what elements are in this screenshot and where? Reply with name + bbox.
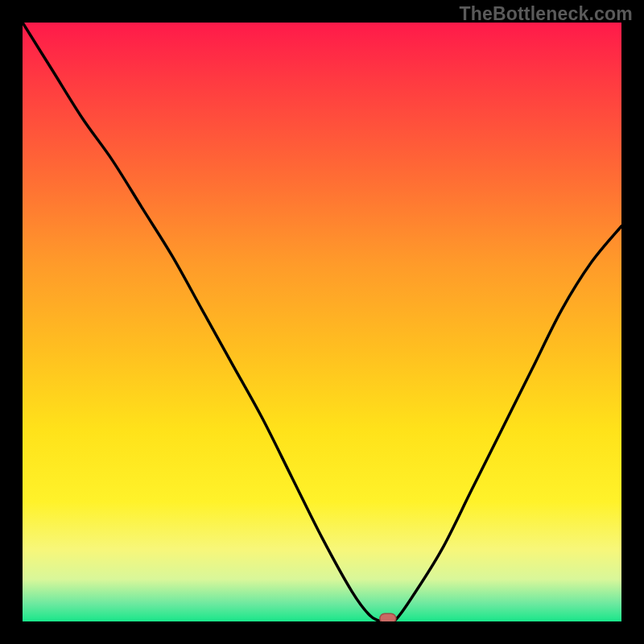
chart-container: TheBottleneck.com <box>0 0 644 644</box>
optimal-point-marker <box>380 613 396 621</box>
bottleneck-chart <box>23 23 621 621</box>
gradient-background <box>23 23 621 621</box>
chart-svg <box>23 23 621 621</box>
watermark-text: TheBottleneck.com <box>459 3 633 25</box>
